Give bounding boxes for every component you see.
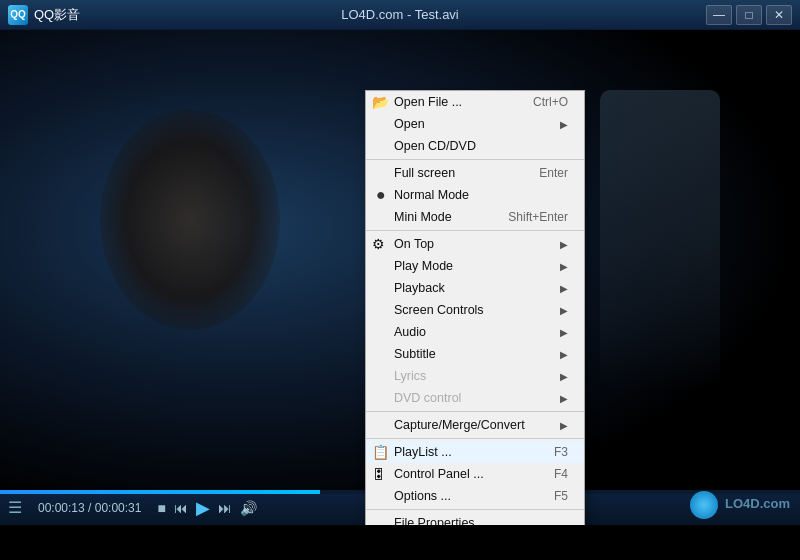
menu-arrow-dvd-control: ▶ bbox=[560, 393, 568, 404]
menu-bullet-normal-mode: ● bbox=[376, 186, 386, 204]
menu-item-label-options: Options ... bbox=[394, 489, 534, 503]
maximize-button[interactable]: □ bbox=[736, 5, 762, 25]
progress-bar-fill bbox=[0, 490, 320, 494]
menu-item-capture[interactable]: Capture/Merge/Convert▶ bbox=[366, 414, 584, 436]
menu-item-open-cd[interactable]: Open CD/DVD bbox=[366, 135, 584, 157]
menu-item-label-playlist: PlayList ... bbox=[394, 445, 534, 459]
titlebar-left: QQ QQ影音 bbox=[8, 5, 80, 25]
menu-item-label-open-file: Open File ... bbox=[394, 95, 513, 109]
menu-item-label-audio: Audio bbox=[394, 325, 560, 339]
menu-shortcut-full-screen: Enter bbox=[539, 166, 568, 180]
menu-item-label-subtitle: Subtitle bbox=[394, 347, 560, 361]
menu-separator bbox=[366, 230, 584, 231]
watermark: LO4D.com bbox=[690, 491, 790, 519]
menu-arrow-play-mode: ▶ bbox=[560, 261, 568, 272]
window-controls: — □ ✕ bbox=[706, 5, 792, 25]
menu-item-label-playback: Playback bbox=[394, 281, 560, 295]
titlebar: QQ QQ影音 LO4D.com - Test.avi — □ ✕ bbox=[0, 0, 800, 30]
menu-shortcut-open-file: Ctrl+O bbox=[533, 95, 568, 109]
menu-arrow-audio: ▶ bbox=[560, 327, 568, 338]
menu-arrow-lyrics: ▶ bbox=[560, 371, 568, 382]
menu-separator bbox=[366, 411, 584, 412]
menu-item-label-mini-mode: Mini Mode bbox=[394, 210, 488, 224]
menu-item-label-dvd-control: DVD control bbox=[394, 391, 560, 405]
app-name: QQ影音 bbox=[34, 6, 80, 24]
menu-item-label-screen-controls: Screen Controls bbox=[394, 303, 560, 317]
time-current: 00:00:13 bbox=[38, 501, 85, 515]
menu-item-label-open-cd: Open CD/DVD bbox=[394, 139, 568, 153]
menu-item-icon-control-panel: 🎛 bbox=[372, 466, 386, 482]
menu-item-label-control-panel: Control Panel ... bbox=[394, 467, 534, 481]
menu-item-icon-playlist: 📋 bbox=[372, 444, 389, 460]
menu-item-right-playback: ▶ bbox=[560, 283, 568, 294]
minimize-button[interactable]: — bbox=[706, 5, 732, 25]
menu-item-right-capture: ▶ bbox=[560, 420, 568, 431]
menu-item-label-play-mode: Play Mode bbox=[394, 259, 560, 273]
menu-item-right-mini-mode: Shift+Enter bbox=[488, 210, 568, 224]
menu-arrow-on-top: ▶ bbox=[560, 239, 568, 250]
menu-item-label-open: Open bbox=[394, 117, 560, 131]
menu-item-label-normal-mode: Normal Mode bbox=[394, 188, 568, 202]
menu-item-right-play-mode: ▶ bbox=[560, 261, 568, 272]
menu-item-right-dvd-control: ▶ bbox=[560, 393, 568, 404]
menu-shortcut-mini-mode: Shift+Enter bbox=[508, 210, 568, 224]
time-separator: / bbox=[88, 501, 95, 515]
menu-item-on-top[interactable]: ⚙On Top▶ bbox=[366, 233, 584, 255]
menu-item-full-screen[interactable]: Full screenEnter bbox=[366, 162, 584, 184]
watermark-text: LO4D.com bbox=[725, 496, 790, 511]
menu-item-label-on-top: On Top bbox=[394, 237, 560, 251]
menu-item-open-file[interactable]: 📂Open File ...Ctrl+O bbox=[366, 91, 584, 113]
menu-item-audio[interactable]: Audio▶ bbox=[366, 321, 584, 343]
menu-item-options[interactable]: Options ...F5 bbox=[366, 485, 584, 507]
menu-item-open[interactable]: Open▶ bbox=[366, 113, 584, 135]
vol-button[interactable]: 🔊 bbox=[240, 500, 257, 516]
menu-item-right-options: F5 bbox=[534, 489, 568, 503]
menu-item-right-subtitle: ▶ bbox=[560, 349, 568, 360]
menu-item-label-capture: Capture/Merge/Convert bbox=[394, 418, 560, 432]
menu-separator bbox=[366, 509, 584, 510]
playback-controls: ■ ⏮ ▶ ⏭ 🔊 bbox=[157, 497, 256, 519]
menu-item-right-lyrics: ▶ bbox=[560, 371, 568, 382]
menu-arrow-screen-controls: ▶ bbox=[560, 305, 568, 316]
menu-item-file-properties[interactable]: File Properties ... bbox=[366, 512, 584, 525]
menu-shortcut-playlist: F3 bbox=[554, 445, 568, 459]
prev-button[interactable]: ⏮ bbox=[174, 500, 188, 516]
menu-item-subtitle[interactable]: Subtitle▶ bbox=[366, 343, 584, 365]
menu-separator bbox=[366, 438, 584, 439]
menu-arrow-playback: ▶ bbox=[560, 283, 568, 294]
menu-item-playlist[interactable]: 📋PlayList ...F3 bbox=[366, 441, 584, 463]
menu-item-control-panel[interactable]: 🎛Control Panel ...F4 bbox=[366, 463, 584, 485]
menu-item-mini-mode[interactable]: Mini ModeShift+Enter bbox=[366, 206, 584, 228]
menu-item-label-file-properties: File Properties ... bbox=[394, 516, 568, 525]
menu-item-right-playlist: F3 bbox=[534, 445, 568, 459]
menu-arrow-capture: ▶ bbox=[560, 420, 568, 431]
menu-item-dvd-control: DVD control▶ bbox=[366, 387, 584, 409]
menu-separator bbox=[366, 159, 584, 160]
stop-button[interactable]: ■ bbox=[157, 500, 165, 516]
menu-item-icon-open-file: 📂 bbox=[372, 94, 389, 110]
play-button[interactable]: ▶ bbox=[196, 497, 210, 519]
menu-item-right-on-top: ▶ bbox=[560, 239, 568, 250]
menu-item-right-open-file: Ctrl+O bbox=[513, 95, 568, 109]
time-display: 00:00:13 / 00:00:31 bbox=[38, 501, 141, 515]
time-total: 00:00:31 bbox=[95, 501, 142, 515]
menu-item-right-control-panel: F4 bbox=[534, 467, 568, 481]
app-logo: QQ bbox=[8, 5, 28, 25]
menu-item-playback[interactable]: Playback▶ bbox=[366, 277, 584, 299]
menu-arrow-subtitle: ▶ bbox=[560, 349, 568, 360]
menu-icon[interactable]: ☰ bbox=[8, 498, 22, 517]
menu-item-screen-controls[interactable]: Screen Controls▶ bbox=[366, 299, 584, 321]
menu-item-right-audio: ▶ bbox=[560, 327, 568, 338]
menu-item-normal-mode[interactable]: ●Normal Mode bbox=[366, 184, 584, 206]
menu-item-play-mode[interactable]: Play Mode▶ bbox=[366, 255, 584, 277]
menu-item-lyrics: Lyrics▶ bbox=[366, 365, 584, 387]
scene-element-right bbox=[600, 90, 720, 390]
menu-item-label-lyrics: Lyrics bbox=[394, 369, 560, 383]
context-menu: 📂Open File ...Ctrl+OOpen▶Open CD/DVDFull… bbox=[365, 90, 585, 525]
menu-shortcut-options: F5 bbox=[554, 489, 568, 503]
close-button[interactable]: ✕ bbox=[766, 5, 792, 25]
next-button[interactable]: ⏭ bbox=[218, 500, 232, 516]
scene-element bbox=[100, 110, 280, 330]
watermark-logo bbox=[690, 491, 718, 519]
menu-arrow-open: ▶ bbox=[560, 119, 568, 130]
